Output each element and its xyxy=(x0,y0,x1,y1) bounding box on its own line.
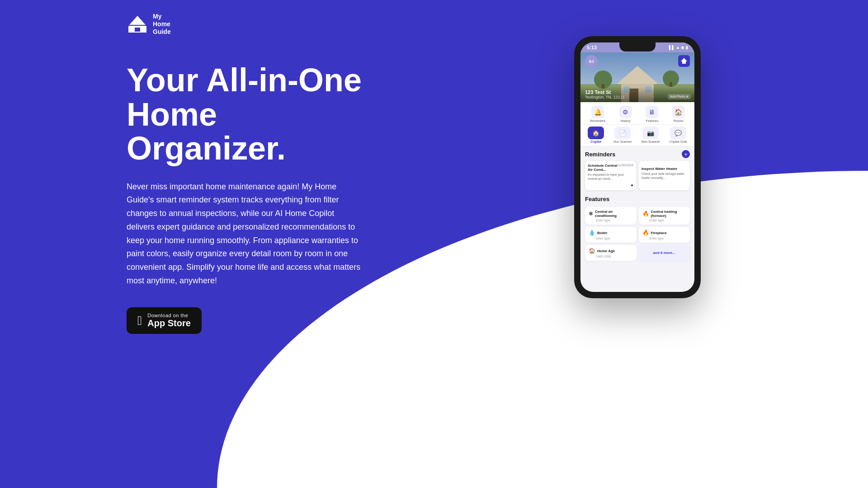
reminder-card-2[interactable]: Inspect Water Heater Check your tank sto… xyxy=(639,161,690,190)
feature-more[interactable]: and 8 more... xyxy=(639,245,690,261)
feature-more-text: and 8 more... xyxy=(653,251,675,255)
nav-rooms[interactable]: 🏠 Rooms xyxy=(672,106,685,122)
fireplace-type: Enter type xyxy=(650,237,687,240)
user-avatar: SJ xyxy=(585,55,598,68)
app-logo-small xyxy=(678,55,690,67)
nav-history[interactable]: ⚙ History xyxy=(619,106,632,122)
nav-item-scanner[interactable]: 📷 Item Scanner xyxy=(642,127,660,143)
boiler-type: Enter type xyxy=(596,237,633,240)
reminder-1-title: Schedule Central Air Cond... xyxy=(588,164,618,172)
status-icons: ▌▌ ▲ ◉ ▮ xyxy=(669,45,688,50)
subtext: Never miss important home maintenance ag… xyxy=(127,180,362,288)
rooms-label: Rooms xyxy=(674,119,684,122)
home-age-name: Home Age xyxy=(597,249,615,253)
home-hero-image: SJ 123 Test St Testington, TN, 12111 Add… xyxy=(580,52,694,102)
phone-body: 5:13 ▌▌ ▲ ◉ ▮ xyxy=(574,36,701,298)
reminder-1-date: 11/30/2024 xyxy=(618,164,633,173)
boiler-name: Boiler xyxy=(597,231,608,235)
app-store-large-label: App Store xyxy=(147,318,191,328)
logo-text: My Home Guide xyxy=(153,13,171,35)
feature-heating[interactable]: 🔥 Central heating (furnace) Enter type xyxy=(639,207,690,225)
feature-home-age[interactable]: 🏠 Home Age 1980-1999 xyxy=(585,245,637,261)
copilot-label: Copilot xyxy=(590,140,601,143)
copilot-chat-icon: 💬 xyxy=(670,127,686,139)
ac-name: Central air conditioning xyxy=(595,210,633,218)
address-overlay: 123 Test St Testington, TN, 12111 Add Ph… xyxy=(580,87,694,102)
nav-copilot-chat[interactable]: 💬 Copilot Chat xyxy=(670,127,687,143)
nav-reminders[interactable]: 🔔 Reminders xyxy=(590,106,605,122)
feature-boiler[interactable]: 💧 Boiler Enter type xyxy=(585,227,637,243)
features-label: Features xyxy=(646,119,658,122)
phone-screen: 5:13 ▌▌ ▲ ◉ ▮ xyxy=(580,42,694,292)
apple-icon:  xyxy=(137,314,142,327)
headline: Your All-in-One Home Organizer. xyxy=(127,63,362,166)
nav-features[interactable]: 🖥 Features xyxy=(646,106,658,122)
nav-row-2: 🏠 Copilot 📄 Doc Scanner 📷 Item Scanner 💬… xyxy=(580,125,694,146)
rooms-icon: 🏠 xyxy=(672,106,685,118)
fireplace-name: Fireplace xyxy=(651,231,667,235)
ac-icon: ❄ xyxy=(589,211,593,217)
header: My Home Guide xyxy=(127,13,171,35)
doc-scanner-icon: 📄 xyxy=(614,127,631,139)
heating-name: Central heating (furnace) xyxy=(651,210,687,218)
svg-marker-1 xyxy=(129,16,146,25)
svg-rect-14 xyxy=(670,82,672,87)
fireplace-icon: 🔥 xyxy=(642,230,649,236)
copilot-icon: 🏠 xyxy=(588,127,604,139)
nav-copilot[interactable]: 🏠 Copilot xyxy=(588,127,604,143)
phone-notch xyxy=(619,42,656,52)
features-grid: ❄ Central air conditioning Enter type 🔥 … xyxy=(580,207,694,263)
doc-scanner-label: Doc Scanner xyxy=(613,140,632,143)
home-age-icon: 🏠 xyxy=(589,248,595,254)
reminder-card-1[interactable]: Schedule Central Air Cond... 11/30/2024 … xyxy=(585,161,636,190)
left-content: Your All-in-One Home Organizer. Never mi… xyxy=(127,63,362,334)
feature-fireplace[interactable]: 🔥 Fireplace Enter type xyxy=(639,227,690,243)
features-section-header: Features xyxy=(585,196,690,202)
boiler-icon: 💧 xyxy=(589,230,595,236)
reminder-cards: Schedule Central Air Cond... 11/30/2024 … xyxy=(585,161,690,190)
copilot-chat-label: Copilot Chat xyxy=(670,140,687,143)
app-store-btn-text: Download on the App Store xyxy=(147,313,191,328)
reminder-2-desc: Check your tank storage water heater ann… xyxy=(642,172,687,180)
app-store-button[interactable]:  Download on the App Store xyxy=(127,307,202,334)
nav-row-1: 🔔 Reminders ⚙ History 🖥 Features 🏠 Rooms xyxy=(580,102,694,125)
history-icon: ⚙ xyxy=(619,106,632,118)
phone-mockup: 5:13 ▌▌ ▲ ◉ ▮ xyxy=(574,36,701,298)
features-section-title: Features xyxy=(585,196,609,202)
reminders-section-title: Reminders xyxy=(585,151,615,158)
item-scanner-icon: 📷 xyxy=(642,127,659,139)
reminder-1-desc: It's important to have your central air … xyxy=(588,173,633,181)
heating-type: Enter type xyxy=(650,219,687,222)
home-city: Testington, TN, 12111 xyxy=(585,95,625,99)
app-store-small-label: Download on the xyxy=(147,313,191,318)
svg-rect-17 xyxy=(682,61,686,64)
ac-type: Enter type xyxy=(596,219,633,222)
reminders-icon: 🔔 xyxy=(591,106,604,118)
feature-ac[interactable]: ❄ Central air conditioning Enter type xyxy=(585,207,637,225)
nav-doc-scanner[interactable]: 📄 Doc Scanner xyxy=(613,127,632,143)
reminders-label: Reminders xyxy=(590,119,605,122)
reminders-section-header: Reminders + xyxy=(585,150,690,158)
home-age-value: 1980-1999 xyxy=(596,255,633,258)
status-time: 5:13 xyxy=(587,45,597,50)
item-scanner-label: Item Scanner xyxy=(642,140,660,143)
logo-icon xyxy=(127,13,148,35)
add-reminder-button[interactable]: + xyxy=(682,150,690,158)
history-label: History xyxy=(621,119,631,122)
reminder-2-title: Inspect Water Heater xyxy=(642,167,677,171)
features-icon: 🖥 xyxy=(646,106,658,118)
features-section: Features xyxy=(580,192,694,207)
add-photo-button[interactable]: Add Photo ⊕ xyxy=(668,94,691,99)
reminders-section: Reminders + Schedule Central Air Cond...… xyxy=(580,146,694,192)
svg-rect-2 xyxy=(135,28,140,32)
heating-icon: 🔥 xyxy=(642,211,649,217)
